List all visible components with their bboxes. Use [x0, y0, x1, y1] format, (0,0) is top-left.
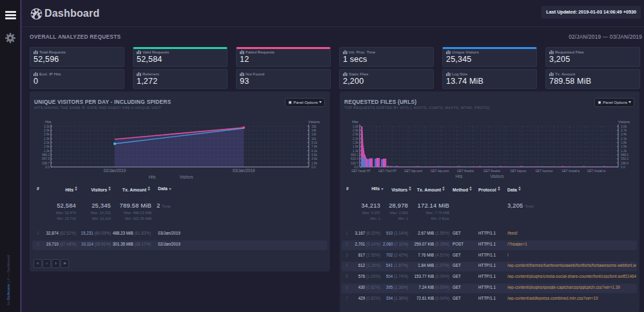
svg-text:6.1k: 6.1k	[311, 150, 318, 153]
svg-text:Visitors: Visitors	[308, 120, 320, 124]
svg-text:GET /wpcon: GET /wpcon	[510, 170, 527, 173]
svg-text:2.1k: 2.1k	[621, 137, 627, 141]
svg-text:1.5k: 1.5k	[621, 145, 627, 148]
svg-text:1.8k: 1.8k	[621, 141, 627, 144]
svg-text:1.2k: 1.2k	[621, 150, 627, 153]
svg-text:592.0: 592.0	[621, 157, 629, 161]
svg-text:15k: 15k	[311, 125, 317, 128]
svg-text:03/Jan/2019: 03/Jan/2019	[233, 168, 255, 173]
svg-text:296.0: 296.0	[621, 162, 629, 165]
svg-text:7.6k: 7.6k	[311, 145, 318, 148]
svg-text:950.1: 950.1	[351, 153, 358, 157]
svg-text:2.0k: 2.0k	[44, 141, 50, 144]
svg-text:0.0: 0.0	[354, 166, 358, 169]
svg-text:3.0k: 3.0k	[311, 157, 318, 161]
svg-text:986.2: 986.2	[42, 153, 50, 157]
svg-text:0.0: 0.0	[311, 166, 316, 169]
svg-text:14k: 14k	[311, 129, 317, 132]
svg-text:Hits: Hits	[45, 120, 52, 124]
svg-text:1.9k: 1.9k	[353, 141, 359, 144]
svg-text:1.6k: 1.6k	[44, 145, 50, 148]
svg-text:3.0k: 3.0k	[621, 125, 627, 128]
svg-text:2.5k: 2.5k	[353, 133, 359, 136]
svg-text:888.0: 888.0	[621, 153, 629, 157]
svg-text:GET /install-a: GET /install-a	[561, 170, 580, 173]
svg-text:GET /wp-cont: GET /wp-cont	[404, 170, 423, 173]
svg-text:Hits: Hits	[455, 174, 463, 179]
svg-text:Hits: Hits	[148, 175, 156, 179]
svg-text:GET /feed/ HT: GET /feed/ HT	[351, 170, 371, 173]
svg-text:2.6k: 2.6k	[44, 133, 50, 136]
svg-text:GET /freebie: GET /freebie	[483, 170, 500, 173]
svg-text:2.9k: 2.9k	[353, 129, 359, 132]
svg-text:633.4: 633.4	[351, 157, 358, 161]
svg-text:2.4k: 2.4k	[621, 133, 627, 136]
svg-text:328.7: 328.7	[42, 162, 50, 165]
svg-text:2.7k: 2.7k	[621, 129, 627, 132]
svg-text:4.6k: 4.6k	[311, 153, 318, 157]
svg-text:657.5: 657.5	[42, 157, 50, 161]
svg-text:0.0: 0.0	[45, 166, 50, 169]
svg-text:1.6k: 1.6k	[353, 145, 359, 148]
svg-text:12k: 12k	[311, 133, 317, 136]
svg-text:02/Jan/2019: 02/Jan/2019	[104, 168, 126, 173]
svg-text:2.2k: 2.2k	[353, 137, 359, 141]
svg-text:0.0: 0.0	[621, 166, 625, 169]
svg-text:GET /freebie: GET /freebie	[457, 170, 474, 173]
svg-text:1.5k: 1.5k	[311, 162, 318, 165]
svg-text:3.2k: 3.2k	[353, 125, 359, 128]
svg-text:2.9k: 2.9k	[44, 129, 50, 132]
svg-text:1.3k: 1.3k	[353, 150, 359, 153]
svg-text:Visitors: Visitors	[179, 175, 193, 179]
svg-text:11k: 11k	[311, 137, 317, 141]
svg-text:2.3k: 2.3k	[44, 137, 50, 141]
svg-text:3.2k: 3.2k	[44, 125, 50, 128]
svg-text:Hits: Hits	[352, 120, 358, 124]
svg-text:GET /?ocf HT: GET /?ocf HT	[378, 170, 396, 173]
svg-text:Visitors: Visitors	[618, 120, 630, 124]
svg-text:316.7: 316.7	[351, 162, 358, 165]
svg-text:9.1k: 9.1k	[311, 141, 318, 144]
svg-text:GET /wp-cont: GET /wp-cont	[431, 170, 449, 173]
svg-text:GET /install-w: GET /install-w	[587, 170, 606, 173]
svg-text:GET /summe: GET /summe	[536, 170, 553, 173]
svg-text:Visitors: Visitors	[490, 174, 504, 179]
svg-text:1.3k: 1.3k	[44, 150, 50, 153]
